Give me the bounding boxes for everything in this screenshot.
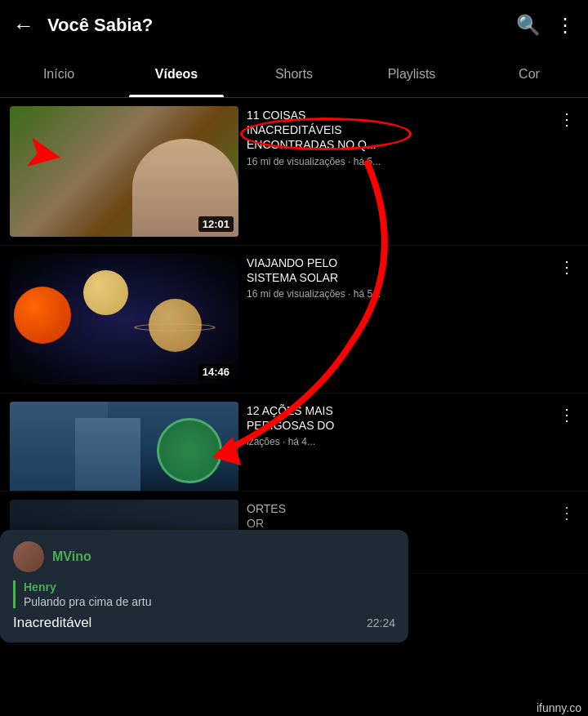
video-info: VIAJANDO PELO SISTEMA SOLAR 16 mi de vis…: [247, 254, 547, 385]
header-actions: 🔍 ⋮: [516, 14, 575, 37]
video-info: 12 AÇÕES MAIS PERIGOSAS DO izações · há …: [247, 402, 547, 483]
video-meta: 16 mi de visualizações · há 5...: [247, 156, 547, 167]
video-thumbnail[interactable]: ➤ 12:01: [10, 106, 238, 237]
list-item: ➤ 12:01 11 COISAS INACREDITÁVEIS ENCONTR…: [0, 98, 588, 246]
more-options-icon[interactable]: ⋮: [555, 14, 575, 37]
video-more-button[interactable]: ⋮: [555, 500, 578, 526]
video-thumbnail[interactable]: [10, 402, 238, 491]
tab-playlists[interactable]: Playlists: [353, 51, 470, 97]
video-duration: 12:01: [198, 216, 234, 232]
back-button[interactable]: ←: [13, 13, 34, 38]
list-item: 14:46 VIAJANDO PELO SISTEMA SOLAR 16 mi …: [0, 246, 588, 394]
quoted-sender-name: Henry: [24, 580, 395, 594]
popup-message-row: Inacreditável 22:24: [13, 615, 395, 631]
popup-sender-name: MVino: [52, 549, 91, 564]
video-meta: izações · há 4...: [247, 436, 547, 447]
video-more-button[interactable]: ⋮: [555, 254, 578, 280]
saturn-ring: [134, 323, 216, 331]
whatsapp-popup: MVino Henry Pulando pra cima de artu Ina…: [0, 530, 408, 643]
tab-shorts[interactable]: Shorts: [235, 51, 353, 97]
popup-header: MVino: [13, 541, 395, 572]
video-meta: 16 mi de visualizações · há 5...: [247, 288, 547, 300]
channel-title: Você Sabia?: [47, 15, 516, 36]
video-duration: 14:46: [198, 364, 234, 380]
planet-2: [83, 270, 128, 315]
popup-quoted: Henry Pulando pra cima de artu: [13, 580, 395, 608]
video-more-button[interactable]: ⋮: [555, 106, 578, 132]
thumbnail-arrow: ➤: [22, 128, 64, 180]
tab-inicio[interactable]: Início: [0, 51, 118, 97]
tabs-bar: Início Vídeos Shorts Playlists Cor: [0, 51, 588, 98]
tab-cor[interactable]: Cor: [470, 51, 588, 97]
planet-sun: [14, 287, 71, 344]
quoted-text: Pulando pra cima de artu: [24, 595, 395, 608]
building2: [75, 418, 140, 491]
video-list: ➤ 12:01 11 COISAS INACREDITÁVEIS ENCONTR…: [0, 98, 588, 574]
video-thumbnail[interactable]: 14:46: [10, 254, 238, 385]
video-title: 11 COISAS INACREDITÁVEIS ENCONTRADAS NO …: [247, 108, 547, 153]
search-icon[interactable]: 🔍: [516, 14, 541, 37]
watermark: ifunny.co: [537, 701, 581, 714]
video-title: 12 AÇÕES MAIS PERIGOSAS DO: [247, 403, 547, 433]
popup-message-text: Inacreditável: [13, 615, 91, 631]
video-title: VIAJANDO PELO SISTEMA SOLAR: [247, 256, 547, 285]
header: ← Você Sabia? 🔍 ⋮: [0, 0, 588, 51]
tab-videos[interactable]: Vídeos: [118, 51, 235, 97]
popup-time: 22:24: [367, 616, 395, 629]
list-item: 12 AÇÕES MAIS PERIGOSAS DO izações · há …: [0, 394, 588, 491]
video-more-button[interactable]: ⋮: [555, 402, 578, 428]
title-highlighted: INACREDITÁVEIS: [247, 122, 342, 137]
circle-overlay: [157, 418, 222, 483]
avatar: [13, 541, 44, 572]
video-info: 11 COISAS INACREDITÁVEIS ENCONTRADAS NO …: [247, 106, 547, 237]
